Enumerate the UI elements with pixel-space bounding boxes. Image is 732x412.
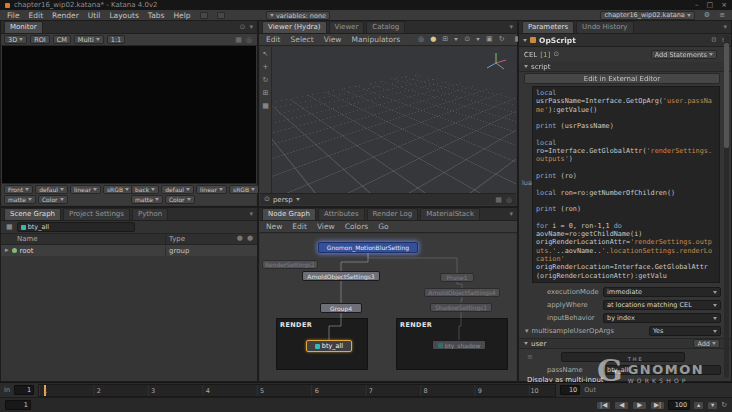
opscript-code[interactable]: local usrPassName=Interface.GetOpArg('us… (532, 86, 720, 283)
front-linear-dropdown[interactable]: linear (70, 185, 101, 194)
rotate-tool-icon[interactable]: ↻ (263, 77, 269, 84)
step-backward-button[interactable]: |◀ (596, 401, 611, 410)
tab-scene-graph[interactable]: Scene Graph (4, 208, 61, 220)
menu-layouts[interactable]: Layouts (109, 11, 138, 20)
timeline-ruler[interactable]: 1 2 3 4 5 6 7 8 9 10 (38, 384, 556, 397)
ng-menu-go[interactable]: Go (378, 222, 388, 231)
menu-icon[interactable]: ≡ (719, 12, 725, 19)
collapse-icon[interactable] (523, 39, 527, 42)
nodegraph-canvas[interactable]: RENDER RENDER Gnomon_MotionBlurSetting R… (260, 234, 516, 380)
monitor-roi-button[interactable]: ROI (30, 35, 50, 44)
gear-icon[interactable]: ⚙ (711, 36, 717, 44)
front-buffer-dropdown[interactable]: Front (4, 185, 33, 194)
scenegraph-row-root[interactable]: ▸ root group (1, 245, 257, 256)
eye-icon[interactable]: ⊙ (553, 51, 559, 58)
script-section-header[interactable]: script (519, 62, 731, 72)
play-button[interactable]: ▶ (632, 401, 647, 410)
increment-up-button[interactable]: ▴ (693, 401, 704, 410)
back-buffer-dropdown[interactable]: back (131, 185, 159, 194)
viewer-menu-view[interactable]: View (324, 35, 342, 44)
scenegraph-filter-field[interactable]: bty_all (17, 222, 135, 232)
out-frame-field[interactable]: 10 (560, 385, 580, 395)
tab-python[interactable]: Python (132, 208, 168, 220)
scrollbar-thumb[interactable] (724, 43, 729, 148)
grid-icon[interactable]: ▦ (495, 196, 502, 204)
front-color-dropdown[interactable]: Color (38, 195, 68, 204)
gear-icon[interactable]: ⚙ (704, 12, 710, 19)
tab-menu-icon[interactable]: ▾ (249, 23, 253, 31)
node-shadowsettings[interactable]: ShadowSettings1 (430, 303, 492, 312)
tab-menu-icon[interactable]: ▾ (723, 23, 727, 31)
menu-tabs[interactable]: Tabs (148, 11, 165, 20)
menu-edit[interactable]: Edit (29, 11, 44, 20)
node-name-field[interactable]: OpScript (539, 36, 576, 45)
column-name[interactable]: Name (17, 235, 38, 243)
front-default-dropdown[interactable]: defaul (35, 185, 68, 194)
tab-menu-icon[interactable]: ▾ (509, 23, 513, 31)
menu-render[interactable]: Render (52, 11, 79, 20)
speed-field[interactable]: 100 (668, 400, 690, 410)
scene-file-dropdown[interactable]: chapter16_wip02.katana (600, 11, 694, 20)
camera-icon[interactable]: ▣ (486, 36, 493, 43)
tab-viewer[interactable]: Viewer (329, 21, 365, 33)
eye-icon[interactable]: ⊙ (264, 196, 270, 203)
executionMode-dropdown[interactable]: immediate (603, 287, 721, 297)
add-statements-dropdown[interactable]: Add Statements (651, 50, 717, 59)
viewer-menu-edit[interactable]: Edit (266, 35, 281, 44)
viewer-viewport[interactable] (272, 47, 516, 193)
user-add-dropdown[interactable]: Add (693, 339, 720, 348)
loop-icon[interactable]: ↻ (721, 402, 727, 409)
applyWhere-dropdown[interactable]: at locations matching CEL (603, 300, 721, 310)
tab-parameters[interactable]: Parameters (522, 21, 574, 33)
monitor-cm-button[interactable]: CM (53, 35, 71, 44)
tab-render-log[interactable]: Render Log (367, 208, 419, 220)
node-render-bty-all[interactable]: bty_all (306, 340, 352, 352)
node-arnoldobjectsettings4[interactable]: ArnoldObjectSettings4 (424, 288, 500, 297)
user-section-header[interactable]: user Add (519, 338, 731, 349)
menu-help[interactable]: Help (173, 11, 190, 20)
tab-viewer-hydra[interactable]: Viewer (Hydra) (262, 21, 327, 33)
multisample-dropdown[interactable]: Yes (649, 326, 721, 336)
user-param-field[interactable] (561, 352, 685, 362)
inputBehavior-dropdown[interactable]: by index (603, 313, 721, 323)
script-language-label[interactable]: lua (522, 179, 532, 187)
step-forward-button[interactable]: ▶| (650, 401, 665, 410)
back-matte-dropdown[interactable]: matte (131, 195, 163, 204)
eye-icon[interactable]: ⊙ (240, 23, 246, 31)
node-render-bty-shadow[interactable]: bty_shadow (432, 340, 486, 350)
menu-util[interactable]: Util (88, 11, 101, 20)
ng-menu-view[interactable]: View (317, 222, 335, 231)
monitor-3d-toggle[interactable]: 3D (4, 35, 27, 44)
close-button[interactable]: × (721, 1, 727, 9)
column-toggle-icon[interactable]: ● (247, 234, 253, 242)
tab-menu-icon[interactable]: ▾ (509, 210, 513, 218)
viewer-menu-manipulators[interactable]: Manipulators (351, 35, 400, 44)
menu-file[interactable]: File (7, 11, 20, 20)
variables-dropdown[interactable]: variables: none (266, 11, 330, 20)
expand-arrow-icon[interactable]: ▾ (525, 328, 529, 335)
monitor-multi-dropdown[interactable]: Multi (74, 35, 104, 44)
back-default-dropdown[interactable]: defaul (161, 185, 194, 194)
target-icon[interactable]: ◎ (246, 36, 252, 44)
in-frame-field[interactable]: 1 (14, 385, 34, 395)
minimize-button[interactable]: – (695, 1, 699, 9)
passName-field[interactable]: bty_all (603, 365, 721, 375)
back-srgb-dropdown[interactable]: sRGB (229, 185, 259, 194)
tab-project-settings[interactable]: Project Settings (63, 208, 130, 220)
parameters-scrollbar[interactable] (724, 35, 729, 378)
column-toggle-icon[interactable]: ● (237, 234, 243, 242)
monitor-image-area[interactable] (2, 46, 256, 183)
node-gnomon-motionblursetting[interactable]: Gnomon_MotionBlurSetting (318, 242, 418, 253)
back-linear-dropdown[interactable]: linear (196, 185, 227, 194)
frame-backward-button[interactable]: ◀ (614, 401, 629, 410)
ng-menu-colors[interactable]: Colors (345, 222, 369, 231)
edit-external-editor-button[interactable]: Edit in External Editor (524, 73, 720, 84)
tab-materialstack[interactable]: MaterialStack (420, 208, 480, 220)
camera-selector[interactable]: persp (273, 196, 293, 204)
shading-sphere-icon[interactable]: ● (430, 36, 436, 43)
node-arnoldobjectsettings3[interactable]: ArnoldObjectSettings3 (302, 271, 380, 281)
current-frame-field[interactable]: 1 (5, 400, 31, 410)
tab-undo-history[interactable]: Undo History (576, 21, 633, 33)
node-rendersettings2[interactable]: RenderSettings2 (262, 260, 318, 269)
toolbar-icon[interactable] (200, 12, 208, 19)
